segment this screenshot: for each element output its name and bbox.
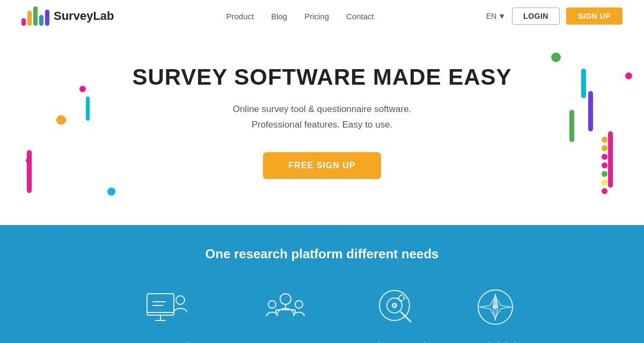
free-signup-button[interactable]: FREE SIGN UP <box>263 152 382 179</box>
deco-pink-bar-right <box>608 131 613 188</box>
deco-pink-bar <box>27 150 32 193</box>
svg-point-18 <box>399 295 404 301</box>
deco-green-dot-top <box>551 53 561 62</box>
features-row: Customer Experience Human Resources <box>32 283 612 343</box>
deco-pink-dot-right <box>625 72 632 79</box>
deco-purple-bar <box>588 91 593 131</box>
dot-pink2 <box>602 162 608 168</box>
hero-subtitle: Online survey tool & questionnaire softw… <box>11 102 633 133</box>
bottom-title: One research platform different needs <box>32 247 612 262</box>
dot-orange2 <box>602 145 608 151</box>
login-button[interactable]: LOGIN <box>512 8 560 25</box>
hero-title: SURVEY SOFTWARE MADE EASY <box>11 64 633 90</box>
ux-digital-icon <box>471 283 519 331</box>
feature-market-research[interactable]: Market Research <box>364 283 428 343</box>
svg-line-17 <box>401 312 411 322</box>
nav-contact[interactable]: Contact <box>346 12 374 21</box>
deco-pink-dot-left <box>79 86 86 92</box>
logo-icon <box>21 6 49 26</box>
feature-label-hr: Human Resources <box>250 341 321 343</box>
deco-cyan-bar-right <box>581 69 586 98</box>
dot-yellow <box>602 180 608 185</box>
nav-pricing[interactable]: Pricing <box>304 12 329 21</box>
market-research-icon <box>372 283 420 331</box>
svg-point-16 <box>392 303 397 308</box>
bottom-section: One research platform different needs Cu… <box>0 225 644 343</box>
dot-green <box>602 171 608 177</box>
logo-text: SurveyLab <box>54 9 114 23</box>
deco-dot-small-left <box>26 158 31 163</box>
svg-point-8 <box>268 301 276 308</box>
feature-label-market: Market Research <box>364 341 428 343</box>
svg-marker-26 <box>493 305 498 320</box>
human-resources-icon <box>261 283 310 331</box>
feature-label-customer: Customer Experience <box>125 341 207 343</box>
nav-blog[interactable]: Blog <box>271 12 287 21</box>
feature-label-ux: UX / Digital <box>474 341 516 343</box>
nav-right: EN ▼ LOGIN SIGN UP <box>486 8 623 25</box>
svg-point-9 <box>295 301 303 308</box>
lang-selector[interactable]: EN ▼ <box>486 12 506 20</box>
svg-point-7 <box>280 294 291 304</box>
deco-orange-dot <box>56 115 66 125</box>
deco-green-bar-right <box>569 110 574 142</box>
hero-section: SURVEY SOFTWARE MADE EASY Online survey … <box>0 32 644 225</box>
feature-human-resources[interactable]: Human Resources <box>250 283 321 343</box>
dots-column-right <box>602 137 608 194</box>
main-nav: Product Blog Pricing Contact <box>226 12 374 21</box>
dot-pink <box>602 154 608 160</box>
nav-product[interactable]: Product <box>226 12 254 21</box>
deco-cyan-circle <box>107 188 115 196</box>
dot-orange <box>602 137 608 143</box>
logo[interactable]: SurveyLab <box>21 6 114 26</box>
feature-customer-experience[interactable]: Customer Experience <box>125 283 207 343</box>
customer-experience-icon <box>142 283 190 331</box>
header: SurveyLab Product Blog Pricing Contact E… <box>0 0 644 32</box>
deco-cyan-bar-left <box>86 96 90 121</box>
svg-point-4 <box>176 296 185 304</box>
feature-ux-digital[interactable]: UX / Digital <box>471 283 519 343</box>
signup-button[interactable]: SIGN UP <box>566 8 623 25</box>
dot-pink3 <box>602 188 608 194</box>
